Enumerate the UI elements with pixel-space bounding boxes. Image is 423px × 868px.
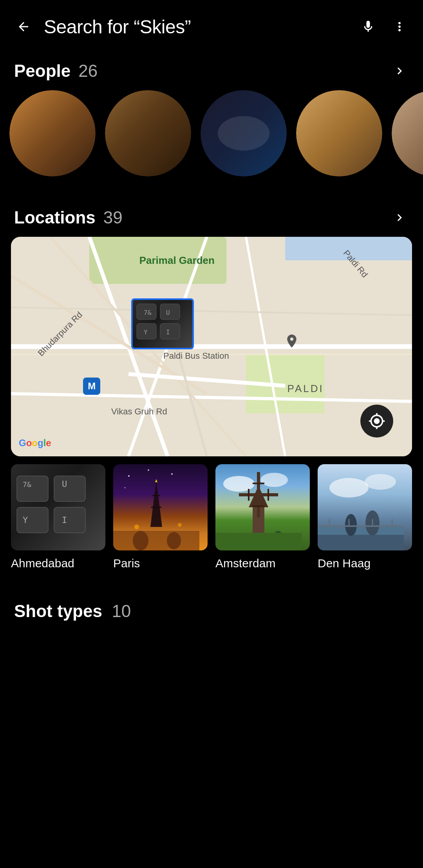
svg-marker-35 [150, 480, 162, 527]
person-avatar-4[interactable] [296, 90, 382, 176]
svg-rect-23 [17, 476, 48, 501]
location-label-amsterdam: Amsterdam [215, 557, 275, 570]
person-avatar-2[interactable] [105, 90, 191, 176]
location-tile-ahmedabad[interactable]: 7& U Y I Ahmedabad [11, 464, 105, 570]
svg-point-31 [128, 475, 130, 477]
location-label-den-haag: Den Haag [318, 557, 371, 570]
photo-cluster[interactable]: 7& U Y I [131, 298, 194, 349]
search-title: Search for “Skies” [44, 16, 348, 38]
map-label-paldi-bus-station: Paldi Bus Station [163, 351, 229, 361]
svg-text:Y: Y [144, 329, 148, 336]
svg-point-60 [365, 474, 396, 490]
svg-text:I: I [62, 515, 67, 525]
people-count: 26 [78, 61, 98, 81]
svg-point-33 [171, 473, 173, 475]
map-label-parimal-garden: Parimal Garden [139, 254, 215, 267]
location-image-paris [113, 464, 208, 550]
people-scroll [0, 90, 423, 192]
person-avatar-1[interactable] [9, 90, 96, 176]
map-label-paldi: PALDI [287, 383, 324, 395]
metro-marker: M [83, 378, 100, 395]
svg-point-44 [223, 476, 255, 492]
svg-text:Y: Y [23, 515, 28, 525]
header: Search for “Skies” [0, 0, 423, 45]
location-label-paris: Paris [113, 557, 140, 570]
svg-point-63 [345, 514, 357, 536]
svg-rect-24 [54, 476, 85, 501]
location-image-den-haag [318, 464, 412, 550]
svg-point-42 [134, 525, 139, 529]
svg-text:7&: 7& [23, 480, 31, 488]
svg-text:7&: 7& [144, 309, 152, 316]
people-title: People [14, 61, 70, 81]
person-avatar-3[interactable] [201, 90, 287, 176]
svg-point-34 [125, 487, 126, 488]
location-tiles: 7& U Y I Ahmedabad [0, 456, 423, 586]
location-image-ahmedabad: 7& U Y I [11, 464, 105, 550]
svg-text:U: U [62, 479, 67, 489]
location-label-ahmedabad: Ahmedabad [11, 557, 74, 570]
svg-point-59 [329, 478, 369, 498]
location-image-amsterdam [215, 464, 310, 550]
svg-marker-38 [155, 479, 157, 482]
gps-button[interactable] [360, 405, 393, 438]
svg-rect-25 [17, 507, 48, 533]
svg-rect-18 [160, 323, 180, 339]
svg-rect-58 [215, 533, 302, 550]
svg-rect-16 [160, 304, 180, 320]
locations-see-all-button[interactable] [390, 208, 409, 227]
svg-point-43 [178, 523, 182, 527]
location-tile-den-haag[interactable]: Den Haag [318, 464, 412, 570]
location-tile-paris[interactable]: Paris [113, 464, 208, 570]
svg-text:I: I [166, 329, 170, 336]
svg-text:U: U [166, 309, 170, 316]
shot-types-count: 10 [112, 601, 131, 621]
locations-count: 39 [103, 208, 123, 227]
more-options-button[interactable] [389, 16, 410, 38]
svg-point-32 [148, 469, 149, 471]
svg-rect-26 [54, 507, 85, 533]
shot-types-section: Shot types 10 [0, 586, 423, 629]
voice-search-button[interactable] [357, 16, 379, 38]
people-see-all-button[interactable] [390, 62, 409, 80]
map-label-vikas-gruh-rd: Vikas Gruh Rd [111, 407, 167, 417]
google-logo: Google [19, 438, 51, 449]
person-avatar-5[interactable] [392, 90, 423, 176]
locations-title: Locations [14, 208, 96, 227]
svg-rect-62 [318, 527, 404, 535]
location-tile-amsterdam[interactable]: Amsterdam [215, 464, 310, 570]
back-button[interactable] [13, 16, 34, 38]
map-container[interactable]: Parimal Garden Paldi Rd Bhudarpura Rd Pa… [11, 237, 412, 456]
svg-rect-41 [113, 531, 199, 550]
svg-point-45 [260, 473, 288, 487]
map-location-pin [284, 333, 300, 350]
people-section-header: People 26 [0, 45, 423, 90]
shot-types-title: Shot types [14, 601, 102, 621]
locations-section-header: Locations 39 [0, 192, 423, 237]
